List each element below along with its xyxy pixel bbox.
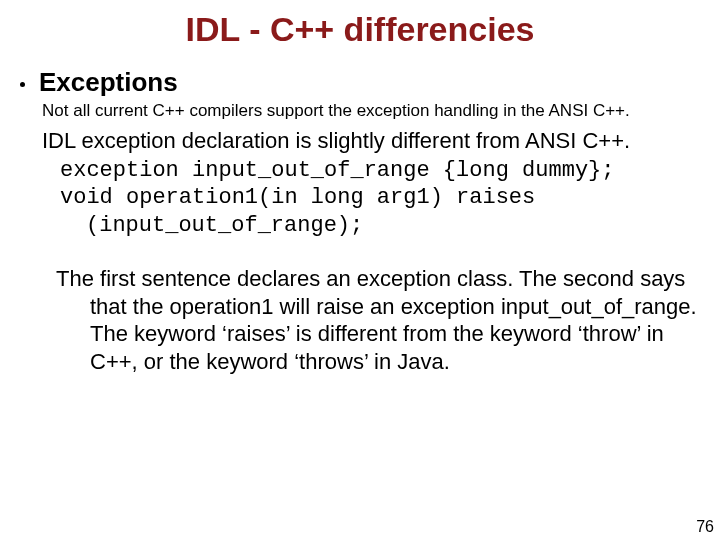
- bullet-dot-icon: [20, 82, 25, 87]
- code-line-1: exception input_out_of_range {long dummy…: [60, 157, 710, 185]
- explanation-paragraph: The first sentence declares an exception…: [30, 265, 708, 375]
- sub-line: IDL exception declaration is slightly di…: [42, 127, 710, 155]
- sub-note: Not all current C++ compilers support th…: [42, 100, 700, 121]
- code-line-2: void operation1(in long arg1) raises (in…: [60, 184, 710, 239]
- bullet-row: Exceptions: [20, 67, 720, 98]
- bullet-heading: Exceptions: [39, 67, 178, 98]
- slide-title: IDL - C++ differencies: [0, 10, 720, 49]
- page-number: 76: [696, 518, 714, 536]
